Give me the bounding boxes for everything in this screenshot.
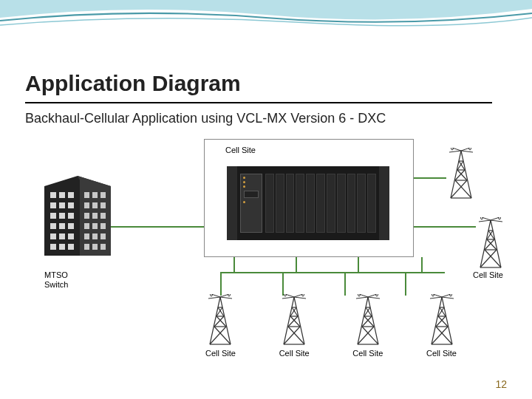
- connector-line: [220, 272, 445, 273]
- connector-line: [414, 177, 446, 179]
- svg-rect-23: [84, 202, 89, 208]
- svg-rect-37: [100, 244, 106, 250]
- mtso-label-line2: Switch: [44, 280, 68, 289]
- connector-line: [344, 272, 346, 296]
- mtso-building-icon: [44, 176, 111, 256]
- svg-rect-11: [50, 223, 56, 229]
- svg-rect-36: [92, 244, 98, 250]
- title-underline: [25, 102, 492, 103]
- page-number: 12: [495, 378, 507, 390]
- svg-rect-5: [50, 202, 56, 208]
- cell-tower-icon: [446, 148, 476, 201]
- connector-line: [233, 257, 235, 272]
- cell-tower-icon: Cell Site: [205, 294, 236, 358]
- svg-rect-27: [92, 213, 98, 219]
- cell-tower-icon: Cell Site: [352, 294, 383, 358]
- cell-site-label: Cell Site: [426, 349, 457, 358]
- bottom-tower-row: Cell Site Cell Site Cell Site Cell Site: [205, 294, 457, 358]
- connector-line: [282, 272, 284, 296]
- svg-rect-17: [50, 244, 56, 250]
- svg-rect-12: [59, 223, 65, 229]
- svg-rect-21: [92, 192, 98, 198]
- connector-line: [421, 257, 423, 272]
- page-subtitle: Backhaul-Cellular Application using VCL-…: [25, 111, 386, 126]
- svg-rect-16: [68, 233, 74, 239]
- connector-line: [296, 257, 297, 272]
- cell-tower-icon: Cell Site: [426, 294, 457, 358]
- svg-rect-3: [59, 192, 65, 198]
- svg-rect-13: [68, 223, 74, 229]
- cell-site-label: Cell Site: [279, 349, 310, 358]
- svg-rect-30: [92, 223, 98, 229]
- dxc-device-box: Cell Site: [204, 139, 414, 257]
- svg-rect-29: [84, 223, 89, 229]
- cell-tower-icon: Cell Site: [279, 294, 310, 358]
- svg-rect-4: [68, 192, 74, 198]
- svg-rect-28: [100, 213, 106, 219]
- connector-line: [220, 272, 222, 296]
- svg-rect-9: [59, 213, 65, 219]
- cell-site-label: Cell Site: [352, 349, 383, 358]
- svg-rect-34: [100, 233, 106, 239]
- rack-chassis-icon: [227, 166, 389, 240]
- cell-site-label: Cell Site: [473, 270, 503, 279]
- mtso-label: MTSO Switch: [44, 270, 68, 290]
- svg-rect-33: [92, 233, 98, 239]
- svg-rect-15: [59, 233, 65, 239]
- connector-line: [414, 226, 476, 228]
- svg-rect-26: [84, 213, 89, 219]
- mtso-label-line1: MTSO: [44, 270, 68, 279]
- svg-rect-25: [100, 202, 106, 208]
- svg-rect-24: [92, 202, 98, 208]
- svg-rect-2: [50, 192, 56, 198]
- svg-rect-19: [68, 244, 74, 250]
- svg-rect-7: [68, 202, 74, 208]
- svg-rect-14: [50, 233, 56, 239]
- connector-line: [405, 272, 406, 296]
- svg-rect-10: [68, 213, 74, 219]
- top-wave-decoration: [0, 0, 532, 35]
- svg-rect-22: [100, 192, 106, 198]
- svg-rect-35: [84, 244, 89, 250]
- svg-rect-18: [59, 244, 65, 250]
- svg-rect-32: [84, 233, 89, 239]
- svg-rect-8: [50, 213, 56, 219]
- cell-site-label: Cell Site: [205, 349, 236, 358]
- device-label: Cell Site: [225, 146, 256, 154]
- connector-line: [358, 257, 359, 272]
- svg-rect-20: [84, 192, 89, 198]
- cell-tower-icon: [476, 217, 505, 270]
- svg-rect-6: [59, 202, 65, 208]
- page-title: Application Diagram: [25, 71, 241, 96]
- svg-rect-31: [100, 223, 106, 229]
- connector-line: [109, 226, 204, 228]
